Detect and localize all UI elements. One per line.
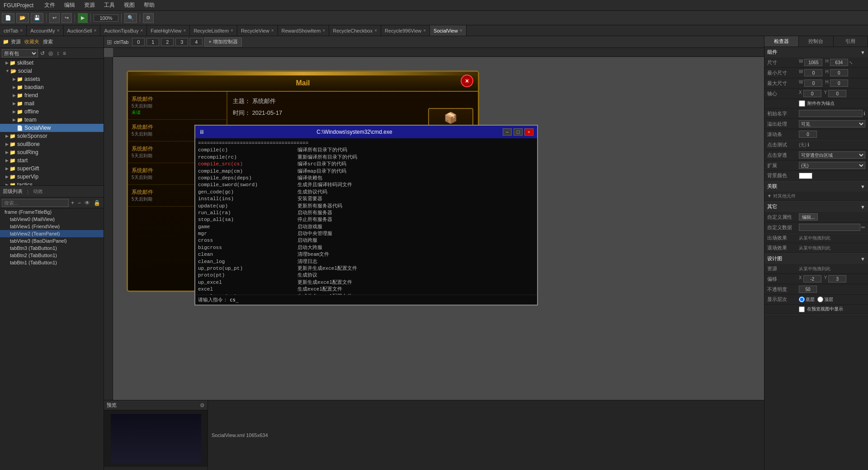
tab-rewardshowitem[interactable]: RewardShowItem × [278, 25, 330, 36]
tab-recyclelistitem-close[interactable]: × [231, 28, 233, 33]
search-label[interactable]: 搜索 [43, 38, 53, 45]
ctrl-num-4[interactable]: 4 [190, 38, 203, 46]
tree-item-supervip[interactable]: ▶ 📁 superVip [0, 173, 104, 181]
min-h-input[interactable] [830, 69, 848, 76]
hierarchy-item-tabbtn3[interactable]: tabBtn3 (TabButton1) [0, 244, 104, 252]
click-through-select[interactable]: 可穿透空白区域 [799, 151, 865, 159]
folder-select[interactable]: 所有包 [2, 49, 38, 57]
bottom-radio[interactable] [799, 296, 805, 302]
tab-socialview-close[interactable]: × [460, 28, 462, 33]
zoom-input[interactable]: 100% [94, 14, 118, 22]
tab-recycle996view-close[interactable]: × [423, 28, 426, 33]
hierarchy-search-input[interactable] [2, 199, 69, 207]
ctrl-num-3[interactable]: 3 [175, 38, 188, 46]
ctrl-num-1[interactable]: 1 [146, 38, 159, 46]
pivot-anchor-checkbox[interactable] [799, 100, 805, 107]
tree-item-tactics[interactable]: ▶ 📁 tactics [0, 181, 104, 185]
overflow-select[interactable]: 可见 [799, 120, 865, 127]
tree-item-socialview[interactable]: ▶ 📄 SocialView [0, 124, 104, 132]
tree-item-team[interactable]: ▶ 📁 team [0, 116, 104, 124]
menu-view[interactable]: 视图 [122, 1, 137, 9]
game-mail-item-0[interactable]: 系统邮件 5天后到期 未读 [128, 92, 226, 120]
in-preview-checkbox[interactable] [799, 306, 805, 312]
top-radio-label[interactable]: 顶层 [817, 296, 833, 303]
tree-item-social[interactable]: ▼ 📂 social [0, 67, 104, 75]
hierarchy-dynamic[interactable]: 动效 [33, 188, 43, 195]
hierarchy-add-btn[interactable]: + [70, 199, 75, 207]
search-button[interactable]: 🔍 [124, 13, 137, 23]
expand-select[interactable]: (无) [799, 162, 865, 169]
hierarchy-item-tabbtn2[interactable]: tabBtn2 (TabButton1) [0, 252, 104, 259]
tab-ctrltab-close[interactable]: × [20, 28, 23, 33]
tree-item-assets[interactable]: ▶ 📁 assets [0, 75, 104, 83]
menu-edit[interactable]: 编辑 [62, 1, 77, 9]
undo-button[interactable]: ↩ [49, 13, 60, 23]
tree-item-mail[interactable]: ▶ 📁 mail [0, 99, 104, 108]
save-button[interactable]: 💾 [31, 13, 43, 23]
tab-fatehighview-close[interactable]: × [184, 28, 186, 33]
preview-settings-icon[interactable]: ⚙ [200, 402, 205, 409]
hierarchy-item-tabbtn1[interactable]: tabBtn1 (TabButton1) [0, 259, 104, 266]
design-opacity-input[interactable] [799, 286, 817, 293]
tab-socialview[interactable]: SocialView × [430, 25, 466, 36]
init-name-input[interactable] [799, 110, 863, 117]
cmd-close-btn[interactable]: × [524, 128, 533, 136]
max-w-input[interactable] [804, 80, 822, 87]
hierarchy-item-tabview1[interactable]: tabView1 (FriendView) [0, 223, 104, 230]
component-section-header[interactable]: 组件 ▼ [764, 47, 868, 57]
new-button[interactable]: 📄 [2, 13, 14, 23]
cmd-minimize-btn[interactable]: − [503, 128, 512, 136]
tab-recyclecheckbox-close[interactable]: × [374, 28, 377, 33]
top-radio[interactable] [817, 296, 823, 302]
refresh-btn[interactable]: ↺ [39, 50, 46, 57]
tree-item-soulring[interactable]: ▶ 📁 soulRing [0, 148, 104, 156]
tree-item-start[interactable]: ▶ 📁 start [0, 156, 104, 164]
hierarchy-lock-btn[interactable]: 🔒 [92, 199, 102, 207]
design-header[interactable]: 设计图 ▼ [764, 254, 868, 264]
locate-btn[interactable]: ◎ [47, 50, 54, 57]
pivot-x-input[interactable] [803, 90, 821, 97]
tab-recyclecheckbox[interactable]: RecycleCheckbox × [329, 25, 381, 36]
open-button[interactable]: 📂 [16, 13, 29, 23]
settings-button[interactable]: ⚙ [143, 13, 154, 23]
hierarchy-item-tabview2[interactable]: tabView2 (TeamPanel) [0, 230, 104, 237]
tab-accountmy-close[interactable]: × [57, 28, 60, 33]
hierarchy-item-frametitlebg[interactable]: frame (FrameTitleBg) [0, 208, 104, 216]
min-w-input[interactable] [804, 69, 822, 76]
click-test-info-btn[interactable]: ℹ [807, 142, 809, 148]
collect-label[interactable]: 收藏夹 [24, 38, 39, 45]
game-close-btn[interactable]: × [461, 75, 473, 87]
tab-recycleview[interactable]: RecycleView × [237, 25, 278, 36]
hierarchy-eye-btn[interactable]: 👁 [83, 199, 91, 207]
play-button[interactable]: ▶ [78, 13, 88, 23]
scroll-input[interactable] [799, 131, 817, 138]
tree-item-offline[interactable]: ▶ 📁 offline [0, 108, 104, 116]
tree-item-baodian[interactable]: ▶ 📁 baodian [0, 83, 104, 91]
offset-x-input[interactable] [803, 275, 821, 282]
custom-data-edit-btn[interactable]: ✏ [861, 224, 865, 231]
tree-item-solesponsor[interactable]: ▶ 📁 soleSponsor [0, 132, 104, 140]
relations-header[interactable]: 关联 ▼ [764, 181, 868, 192]
tab-accountmy[interactable]: AccountMy × [27, 25, 63, 36]
tab-inspector[interactable]: 检查器 [764, 36, 799, 47]
width-input[interactable] [804, 59, 822, 66]
init-name-info-btn[interactable]: ℹ [863, 110, 865, 117]
ctrl-num-2[interactable]: 2 [161, 38, 174, 46]
hierarchy-item-tabview0[interactable]: tabView0 (MailView) [0, 216, 104, 223]
filter-btn[interactable]: ≡ [61, 50, 67, 57]
tab-recycleview-close[interactable]: × [271, 28, 274, 33]
tree-item-soulbone[interactable]: ▶ 📁 soulBone [0, 140, 104, 148]
cmd-maximize-btn[interactable]: □ [514, 128, 523, 136]
hierarchy-del-btn[interactable]: − [76, 199, 82, 207]
tab-ctrltab[interactable]: ctrlTab × [0, 25, 27, 36]
tree-item-skillset[interactable]: ▶ 📁 skillset [0, 59, 104, 67]
menu-help[interactable]: 帮助 [142, 1, 156, 9]
custom-data-input[interactable] [799, 224, 860, 231]
tree-item-supergift[interactable]: ▶ 📁 superGift [0, 164, 104, 173]
tab-auctionsell[interactable]: AuctionSell × [64, 25, 101, 36]
expand-btn[interactable]: ↕ [55, 50, 61, 57]
tab-rewardshowitem-close[interactable]: × [322, 28, 325, 33]
tab-auctionsell-close[interactable]: × [94, 28, 97, 33]
bottom-radio-label[interactable]: 底层 [799, 296, 815, 303]
max-h-input[interactable] [830, 80, 848, 87]
